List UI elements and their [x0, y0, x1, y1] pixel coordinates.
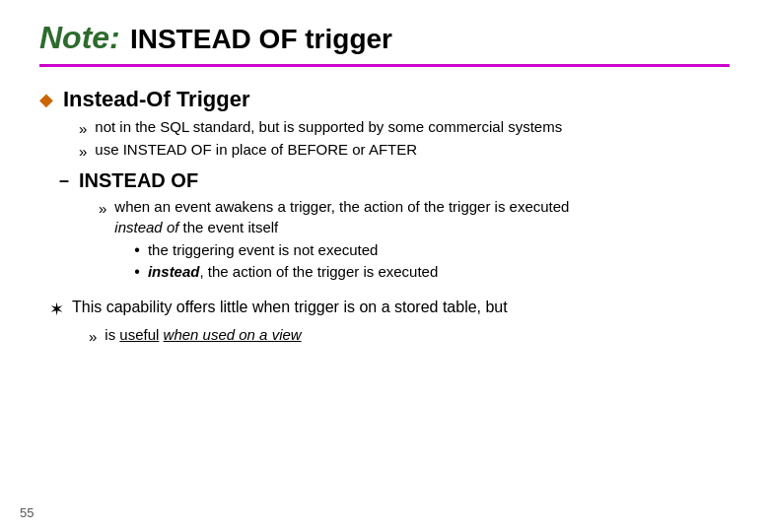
dot-text-2: instead, the action of the trigger is ex…	[148, 263, 438, 280]
instead-of-italic: instead of	[114, 219, 178, 235]
dash-header: – INSTEAD OF	[59, 169, 730, 192]
star-text: This capability offers little when trigg…	[72, 299, 508, 316]
slide: Note: INSTEAD OF trigger ◆ Instead-Of Tr…	[0, 0, 769, 532]
dot-bullet-2: • instead, the action of the trigger is …	[134, 263, 569, 281]
chevron-icon-3: »	[99, 200, 106, 217]
main-bullet: ◆ Instead-Of Trigger	[39, 87, 730, 112]
dot-text-1: the triggering event is not executed	[148, 241, 378, 258]
when-content: when an event awakens a trigger, the act…	[114, 198, 569, 287]
dash-header-text: INSTEAD OF	[79, 169, 198, 192]
star-bullet: ✶ This capability offers little when tri…	[49, 299, 730, 320]
title-subtitle: INSTEAD OF trigger	[130, 24, 392, 54]
star-sub-bullet: » is useful when used on a view	[89, 326, 730, 345]
chevron-icon-2: »	[79, 143, 87, 160]
bullet-dot-1: •	[134, 241, 140, 259]
useful-text: useful	[119, 326, 159, 343]
star-section: ✶ This capability offers little when tri…	[49, 299, 730, 345]
page-number: 55	[20, 505, 34, 520]
dash-section: – INSTEAD OF » when an event awakens a t…	[59, 169, 730, 287]
star-sub: » is useful when used on a view	[89, 326, 730, 345]
diamond-icon: ◆	[39, 89, 53, 110]
sub-bullets: » not in the SQL standard, but is suppor…	[79, 118, 730, 160]
title-underline	[39, 64, 730, 67]
dash-sub-bullets: » when an event awakens a trigger, the a…	[99, 198, 730, 287]
dot-bullet-1: • the triggering event is not executed	[134, 241, 569, 259]
sub-bullet-1: » not in the SQL standard, but is suppor…	[79, 118, 730, 137]
dot-bullets: • the triggering event is not executed •…	[134, 241, 569, 281]
title-note: Note:	[39, 20, 120, 55]
instead-of-trigger-section: ◆ Instead-Of Trigger » not in the SQL st…	[39, 87, 730, 160]
title-area: Note: INSTEAD OF trigger	[39, 20, 730, 56]
event-text-2: the event itself	[183, 219, 279, 235]
sub-bullet-2: » use INSTEAD OF in place of BEFORE or A…	[79, 141, 730, 160]
dash-icon: –	[59, 170, 69, 191]
star-icon: ✶	[49, 299, 64, 320]
when-used-text: when used on a view	[164, 326, 302, 343]
star-sub-text: is useful when used on a view	[105, 326, 301, 343]
when-text: when an event awakens a trigger, the act…	[114, 198, 569, 215]
chevron-icon-1: »	[79, 120, 87, 137]
instead-of-line: instead of the event itself	[114, 219, 569, 235]
when-bullet: » when an event awakens a trigger, the a…	[99, 198, 730, 287]
sub-bullet-text-1: not in the SQL standard, but is supporte…	[95, 118, 562, 135]
chevron-icon-4: »	[89, 328, 97, 345]
sub-bullet-text-2: use INSTEAD OF in place of BEFORE or AFT…	[95, 141, 417, 158]
bullet-dot-2: •	[134, 263, 140, 281]
instead-bold-italic: instead	[148, 263, 200, 280]
main-bullet-text: Instead-Of Trigger	[63, 87, 249, 112]
